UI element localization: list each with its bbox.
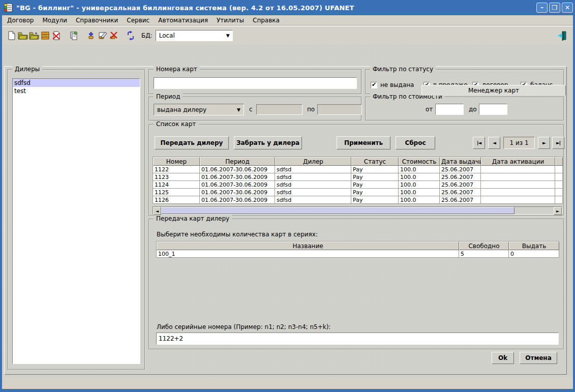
table-cell: 25.06.2007 (440, 166, 481, 173)
pager-next-button[interactable]: ► (538, 137, 550, 149)
cancel-button[interactable]: Отмена (520, 352, 557, 364)
dealers-list[interactable]: sdfsd test (12, 78, 140, 364)
add-item-icon[interactable] (85, 30, 97, 41)
column-header[interactable]: Стоимость (399, 157, 440, 166)
menu-avtomatizacia[interactable]: Автоматизация (158, 17, 208, 24)
new-document-icon[interactable] (6, 30, 17, 41)
transfer-to-dealer-button[interactable]: Передать дилеру (155, 136, 229, 149)
transfer-group: Передача карт дилеру Выберите необходимы… (148, 219, 564, 350)
delete-item-icon[interactable] (108, 30, 119, 41)
scrollbar-thumb[interactable] (161, 207, 515, 214)
column-header[interactable]: Номер (153, 157, 200, 166)
take-from-dealer-button[interactable]: Забрать у дилера (234, 136, 302, 149)
table-cell: 100.0 (399, 181, 440, 189)
column-header[interactable]: Дата выдачи (440, 157, 481, 166)
card-list-group: Список карт Передать дилеру Забрать у ди… (148, 124, 564, 216)
scroll-left-icon[interactable]: ◄ (153, 207, 161, 215)
table-cell: Pay (351, 189, 399, 196)
checkbox-not-issued[interactable]: не выдана (371, 81, 414, 88)
column-header[interactable]: Дата активации (481, 157, 555, 166)
dealer-list-item-selected[interactable]: sdfsd (13, 79, 140, 87)
open-folder-alt-icon[interactable] (28, 30, 40, 41)
transfer-group-title: Передача карт дилеру (154, 215, 232, 222)
card-manager-panel: Дилеры sdfsd test Номера карт Период выд… (4, 66, 567, 375)
delete-document-icon[interactable] (51, 30, 62, 41)
table-cell (555, 196, 563, 204)
menu-servis[interactable]: Сервис (127, 17, 149, 24)
card-numbers-title: Номера карт (154, 66, 200, 73)
table-cell (555, 173, 563, 181)
menu-spravka[interactable]: Справка (253, 17, 280, 24)
horizontal-scrollbar[interactable]: ◄ ► (153, 206, 562, 215)
card-numbers-group: Номера карт (148, 69, 362, 95)
series-table-header: Название Свободно Выдать (157, 242, 559, 250)
table-cell: 1126 (153, 196, 200, 204)
period-from-label: с (249, 106, 253, 113)
column-header[interactable]: Дилер (275, 157, 351, 166)
pager-first-button[interactable]: |◄ (473, 137, 485, 149)
window-title: "BG - биллинг" - универсальная биллингов… (16, 4, 354, 12)
scrollbar-track[interactable] (161, 207, 554, 214)
card-file-icon[interactable] (40, 30, 51, 41)
table-cell: Pay (351, 181, 399, 189)
refresh-icon[interactable] (125, 30, 136, 41)
cost-to-input[interactable] (479, 104, 507, 115)
cost-from-input[interactable] (435, 104, 464, 115)
dealer-list-item[interactable]: test (13, 87, 140, 95)
table-cell: 0 (509, 250, 559, 258)
period-group-title: Период (154, 93, 183, 100)
column-header[interactable]: Статус (351, 157, 399, 166)
open-folder-icon[interactable] (17, 30, 28, 41)
column-header[interactable] (555, 157, 563, 166)
table-row[interactable]: 112401.06.2007-30.06.2009sdfsdPay100.025… (153, 181, 563, 189)
scroll-right-icon[interactable]: ► (554, 207, 562, 215)
tab-manager-kart[interactable]: Менеджер карт (421, 85, 566, 96)
table-cell: 01.06.2007-30.06.2009 (200, 189, 275, 196)
close-button[interactable]: ✕ (562, 3, 573, 13)
table-cell: 100.0 (399, 196, 440, 204)
pager-last-button[interactable]: ►| (552, 137, 564, 149)
table-cell: 25.06.2007 (440, 196, 481, 204)
edit-item-icon[interactable] (97, 30, 108, 41)
reset-button[interactable]: Сброс (396, 136, 435, 149)
column-header[interactable]: Свободно (459, 242, 509, 250)
menu-spravochniki[interactable]: Справочники (76, 17, 118, 24)
table-cell (555, 181, 563, 189)
table-row[interactable]: 112301.06.2007-30.06.2009sdfsdPay100.025… (153, 173, 563, 181)
pager-prev-button[interactable]: ◄ (488, 137, 500, 149)
exit-icon[interactable] (557, 30, 568, 41)
maximize-button[interactable]: ❒ (549, 3, 560, 13)
card-numbers-input[interactable] (154, 77, 357, 89)
status-filter-title: Фильтр по статусу (370, 66, 436, 73)
app-icon (3, 3, 13, 13)
ok-button[interactable]: Ok (492, 352, 514, 364)
cards-table-header: Номер Период Дилер Статус Стоимость Дата… (153, 157, 563, 166)
column-header[interactable]: Выдать (509, 242, 559, 250)
period-to-label: по (307, 106, 315, 113)
table-row[interactable]: 112501.06.2007-30.06.2009sdfsdPay100.025… (153, 189, 563, 196)
period-type-select[interactable]: выдана дилеру ▼ (154, 104, 244, 115)
table-row[interactable]: 100_150 (157, 250, 559, 258)
column-header[interactable]: Название (157, 242, 459, 250)
serial-numbers-label: Либо серийные номера (Пример: n1; n2; n3… (157, 323, 330, 330)
main-frame: Договор Модули Справочники Сервис Автома… (2, 15, 573, 389)
table-cell: 01.06.2007-30.06.2009 (200, 173, 275, 181)
table-cell: sdfsd (275, 196, 351, 204)
menu-utility[interactable]: Утилиты (217, 17, 244, 24)
copy-document-icon[interactable] (68, 30, 79, 41)
column-header[interactable]: Период (200, 157, 275, 166)
table-cell: sdfsd (275, 166, 351, 173)
minimize-button[interactable]: – (536, 3, 548, 13)
menu-moduli[interactable]: Модули (42, 17, 67, 24)
db-select[interactable]: Local ▼ (156, 30, 233, 41)
table-row[interactable]: 112201.06.2007-30.06.2009sdfsdPay100.025… (153, 166, 563, 173)
period-group: Период выдана дилеру ▼ с по (148, 97, 362, 121)
menu-dogovor[interactable]: Договор (7, 17, 34, 24)
table-cell: 100.0 (399, 189, 440, 196)
apply-button[interactable]: Применить (337, 136, 390, 149)
table-row[interactable]: 112601.06.2007-30.06.2009sdfsdPay100.025… (153, 196, 563, 204)
pager-position-label: 1 из 1 (503, 137, 535, 149)
table-cell (481, 166, 555, 173)
serial-numbers-input[interactable] (156, 333, 559, 345)
table-cell: 5 (459, 250, 509, 258)
